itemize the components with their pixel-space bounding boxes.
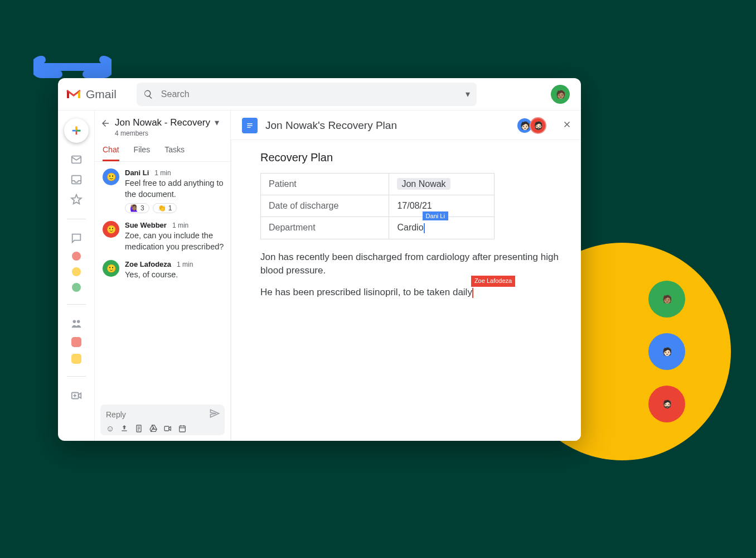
svg-rect-23 [247,125,252,126]
status-dot[interactable] [72,252,81,261]
emoji-icon[interactable]: ☺ [106,424,114,433]
svg-rect-18 [180,426,186,432]
avatar[interactable]: 🧔🏻 [530,117,546,134]
chat-icon[interactable] [70,232,83,245]
avatar: 🙂 [103,221,119,238]
svg-point-8 [76,320,80,324]
app-name: Gmail [86,88,117,101]
collaborator-avatars: 🧑🏻 🧔🏻 [520,117,546,134]
document-title: Jon Nowak's Recovery Plan [265,119,512,132]
send-icon[interactable] [209,408,220,421]
reaction-chip[interactable]: 🙋🏽‍♀️3 [125,203,149,213]
message-text: Yes, of course. [125,270,226,281]
row-value: CardioDani Li [389,217,495,239]
search-icon [143,89,153,99]
reply-box[interactable]: ☺ [100,405,225,435]
table-row: Patient Jon Nowak [261,174,495,195]
reactions: 🙋🏽‍♀️3👏1 [125,203,226,213]
tab-chat[interactable]: Chat [103,145,119,161]
video-icon[interactable] [163,424,172,433]
collaborator-cursor: Zoe Lafodeza [472,287,473,297]
svg-point-7 [72,320,76,324]
message-author: Dani Li [125,169,149,177]
avatar: 🧑🏽 [648,281,685,318]
status-dot[interactable] [72,267,81,276]
mail-icon[interactable] [70,153,83,166]
reaction-chip[interactable]: 👏1 [153,203,177,213]
plus-icon [70,124,83,137]
message-text: Feel free to add anything to the documen… [125,178,226,200]
svg-rect-24 [247,127,250,128]
avatar: 🙂 [103,169,119,185]
space-tabs: Chat Files Tasks [95,140,230,162]
svg-rect-12 [122,430,127,431]
document-body[interactable]: Recovery Plan Patient Jon Nowak Date of … [231,140,581,441]
account-avatar[interactable]: 🧑🏽 [551,85,570,104]
chat-panel: Jon Nowak - Recovery ▾ 4 members Chat Fi… [95,110,231,441]
close-icon[interactable] [562,119,572,132]
document-heading: Recovery Plan [260,151,559,164]
nav-rail [58,110,95,441]
messages-list: 🙂Dani Li1 minFeel free to add anything t… [95,162,230,401]
document-paragraph: He has been prescribed lisinopril, to be… [260,286,559,300]
calendar-icon[interactable] [178,424,187,433]
star-icon[interactable] [70,193,83,206]
meet-icon[interactable] [70,389,83,402]
header-bar: Gmail ▾ 🧑🏽 [58,78,581,110]
avatar: 🧔🏻 [648,386,685,422]
row-label: Department [261,217,389,239]
gmail-icon [66,88,81,100]
docs-icon[interactable] [134,424,143,433]
space-title[interactable]: Jon Nowak - Recovery ▾ [115,117,219,128]
message-time: 1 min [172,222,188,229]
chevron-down-icon[interactable]: ▾ [215,118,219,127]
space-color-chip[interactable] [71,337,81,347]
message-author: Sue Webber [125,221,167,229]
row-label: Date of discharge [261,195,389,217]
table-row: Date of discharge 17/08/21 [261,195,495,217]
document-paragraph: Jon has recently been discharged from ca… [260,251,559,278]
link-icon [33,53,112,81]
search-bar[interactable]: ▾ [137,83,477,106]
svg-rect-22 [247,123,252,124]
tab-files[interactable]: Files [134,145,151,161]
patient-table: Patient Jon Nowak Date of discharge 17/0… [260,173,495,239]
reply-input[interactable] [106,410,209,419]
gmail-window: Gmail ▾ 🧑🏽 [58,78,581,441]
space-member-count: 4 members [115,129,219,137]
svg-rect-17 [164,426,169,431]
message[interactable]: 🙂Sue Webber1 minZoe, can you include the… [103,221,226,252]
compose-toolbar: ☺ [106,424,220,433]
message-author: Zoe Lafodeza [125,260,171,268]
tab-tasks[interactable]: Tasks [164,145,185,161]
back-icon[interactable] [100,118,110,131]
message-time: 1 min [177,261,193,268]
google-docs-icon [242,118,258,133]
inbox-icon[interactable] [70,173,83,186]
gmail-logo[interactable]: Gmail [66,88,117,101]
spaces-icon[interactable] [70,317,83,330]
search-input[interactable] [161,89,458,99]
upload-icon[interactable] [120,424,129,433]
space-color-chip[interactable] [71,354,81,364]
table-row: Department CardioDani Li [261,217,495,239]
drive-icon[interactable] [149,424,158,433]
avatar: 🧑🏻 [648,333,685,370]
collaborator-cursor: Dani Li [424,223,425,232]
row-value: Jon Nowak [389,174,495,195]
search-options-icon[interactable]: ▾ [466,89,470,99]
message-time: 1 min [154,169,171,177]
message-text: Zoe, can you include the medication you … [125,230,226,252]
avatar: 🙂 [103,260,119,277]
status-dot[interactable] [72,283,81,292]
message[interactable]: 🙂Zoe Lafodeza1 minYes, of course. [103,260,226,281]
message[interactable]: 🙂Dani Li1 minFeel free to add anything t… [103,169,226,213]
document-panel: Jon Nowak's Recovery Plan 🧑🏻 🧔🏻 Recovery… [231,110,581,441]
compose-button[interactable] [64,118,89,143]
row-label: Patient [261,174,389,195]
